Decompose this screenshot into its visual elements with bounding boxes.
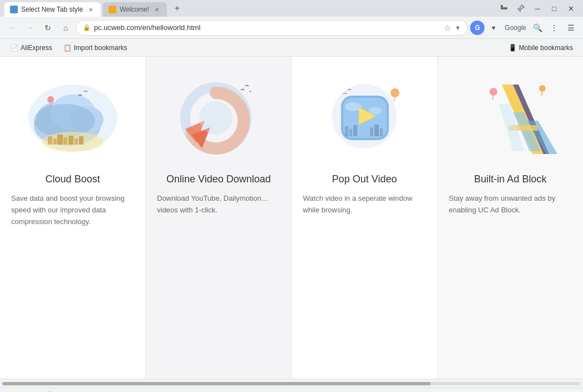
mobile-bookmarks-button[interactable]: 📱 Mobile bookmarks bbox=[504, 42, 577, 53]
svg-rect-29 bbox=[345, 126, 348, 136]
svg-rect-16 bbox=[75, 138, 78, 145]
horizontal-scrollbar[interactable] bbox=[0, 379, 583, 388]
bookmark-icon-aliexpress: 📄 bbox=[10, 44, 18, 52]
address-text: pc.ucweb.com/en/helloworld.html bbox=[94, 23, 441, 32]
cloud-boost-illustration bbox=[17, 73, 129, 162]
ssl-lock-icon: 🔒 bbox=[83, 24, 91, 31]
svg-rect-12 bbox=[53, 138, 57, 145]
tab-label-1: Select New Tab style bbox=[21, 6, 83, 13]
maximize-button[interactable]: □ bbox=[546, 1, 562, 16]
bookmark-label-import: Import bookmarks bbox=[74, 44, 127, 52]
forward-button[interactable]: → bbox=[22, 20, 38, 36]
home-button[interactable]: ⌂ bbox=[58, 20, 73, 36]
ad-block-illustration bbox=[454, 73, 566, 162]
svg-rect-11 bbox=[48, 136, 52, 145]
svg-rect-34 bbox=[380, 128, 383, 136]
close-button[interactable]: ✕ bbox=[563, 1, 579, 16]
back-button[interactable]: ← bbox=[4, 20, 20, 36]
svg-rect-14 bbox=[63, 137, 67, 145]
bookmark-label-aliexpress: AliExpress bbox=[21, 44, 52, 52]
bookmarks-bar: 📄 AliExpress 📋 Import bookmarks 📱 Mobile… bbox=[0, 39, 583, 57]
add-site-button[interactable]: ⊕ bbox=[544, 389, 559, 393]
video-download-title: Online Video Download bbox=[166, 173, 271, 185]
more-button[interactable]: ⋮ bbox=[546, 20, 562, 36]
bookmark-icon-import: 📋 bbox=[63, 44, 72, 52]
title-bar: Select New Tab style ✕ Welcome! ✕ + ─ □ … bbox=[0, 0, 583, 17]
address-down-icon[interactable]: ▼ bbox=[454, 24, 461, 31]
svg-point-23 bbox=[199, 101, 233, 135]
svg-rect-0 bbox=[501, 7, 503, 9]
scrollbar-track bbox=[2, 382, 581, 385]
pop-out-video-title: Pop Out Video bbox=[332, 173, 397, 185]
tab-welcome[interactable]: Welcome! ✕ bbox=[103, 2, 167, 17]
svg-line-38 bbox=[394, 97, 395, 102]
mobile-bookmarks-icon: 📱 bbox=[508, 44, 517, 52]
address-right-buttons: G ▼ Google 🔍 ⋮ ☰ bbox=[470, 20, 579, 36]
tab-select-new-tab-style[interactable]: Select New Tab style ✕ bbox=[4, 2, 101, 17]
content-area: Cloud Boost Save data and boost your bro… bbox=[0, 57, 583, 379]
profile-arrow[interactable]: ▼ bbox=[486, 20, 501, 36]
minimize-button[interactable]: ─ bbox=[530, 1, 545, 16]
feature-card-pop-out-video: Pop Out Video Watch video in a seperate … bbox=[292, 57, 438, 379]
tab-close-1[interactable]: ✕ bbox=[86, 5, 95, 14]
night-mode-button[interactable]: 🌙 bbox=[4, 389, 20, 393]
download-button[interactable]: ⬇ bbox=[22, 389, 38, 393]
cloud-boost-desc: Save data and boost your browsing speed … bbox=[11, 193, 134, 227]
feature-card-ad-block: Built-in Ad Block Stay away from unwante… bbox=[438, 57, 583, 379]
pop-out-video-illustration bbox=[309, 73, 420, 162]
status-bar: 🌙 ⬇ 🔊 ⊕ 100% bbox=[0, 388, 583, 392]
tab-label-2: Welcome! bbox=[120, 6, 149, 13]
pop-out-video-desc: Watch video in a seperate window while b… bbox=[303, 193, 426, 216]
svg-point-46 bbox=[539, 85, 546, 92]
ad-block-title: Built-in Ad Block bbox=[474, 173, 546, 185]
extensions-button[interactable] bbox=[496, 1, 512, 16]
bookmark-star-icon[interactable]: ☆ bbox=[444, 23, 451, 32]
svg-rect-30 bbox=[349, 129, 352, 136]
svg-rect-13 bbox=[57, 135, 63, 145]
pin-button[interactable] bbox=[513, 1, 528, 16]
extensions-button2[interactable]: ☰ bbox=[563, 20, 579, 36]
svg-rect-31 bbox=[353, 125, 357, 136]
profile-avatar[interactable]: G bbox=[470, 21, 485, 35]
tab-icon-2 bbox=[108, 6, 116, 13]
feature-card-cloud-boost: Cloud Boost Save data and boost your bro… bbox=[0, 57, 146, 379]
svg-point-44 bbox=[490, 88, 497, 96]
svg-rect-1 bbox=[501, 5, 503, 7]
svg-rect-15 bbox=[68, 136, 73, 145]
video-download-desc: Download YouTube, Dailymotion... videos … bbox=[157, 193, 280, 216]
video-download-illustration bbox=[163, 73, 274, 162]
svg-point-37 bbox=[391, 88, 399, 97]
tab-icon-1 bbox=[10, 6, 18, 13]
svg-line-45 bbox=[492, 96, 493, 100]
address-input[interactable]: 🔒 pc.ucweb.com/en/helloworld.html ☆ ▼ bbox=[76, 20, 468, 36]
refresh-button[interactable]: ↻ bbox=[40, 20, 56, 36]
svg-rect-17 bbox=[79, 136, 83, 145]
volume-button[interactable]: 🔊 bbox=[40, 389, 56, 393]
mobile-bookmarks-label: Mobile bookmarks bbox=[519, 44, 573, 52]
svg-rect-33 bbox=[374, 125, 379, 136]
cloud-boost-title: Cloud Boost bbox=[46, 173, 100, 185]
ad-block-desc: Stay away from unwanted ads by enabling … bbox=[449, 193, 572, 216]
svg-point-18 bbox=[47, 96, 54, 103]
svg-line-47 bbox=[541, 92, 542, 96]
tab-close-2[interactable]: ✕ bbox=[152, 5, 161, 14]
search-engine-label: Google bbox=[502, 24, 528, 32]
feature-card-video-download: Online Video Download Download YouTube, … bbox=[146, 57, 292, 379]
address-bar: ← → ↻ ⌂ 🔒 pc.ucweb.com/en/helloworld.htm… bbox=[0, 17, 583, 39]
title-bar-controls: ─ □ ✕ bbox=[496, 1, 579, 16]
svg-rect-32 bbox=[370, 127, 373, 136]
svg-rect-2 bbox=[503, 7, 505, 9]
bookmark-item-import[interactable]: 📋 Import bookmarks bbox=[59, 42, 132, 53]
new-tab-button[interactable]: + bbox=[169, 1, 185, 16]
bookmark-item-aliexpress[interactable]: 📄 AliExpress bbox=[6, 42, 57, 53]
search-button[interactable]: 🔍 bbox=[530, 20, 545, 36]
scrollbar-thumb[interactable] bbox=[2, 382, 431, 385]
svg-rect-3 bbox=[505, 7, 507, 9]
